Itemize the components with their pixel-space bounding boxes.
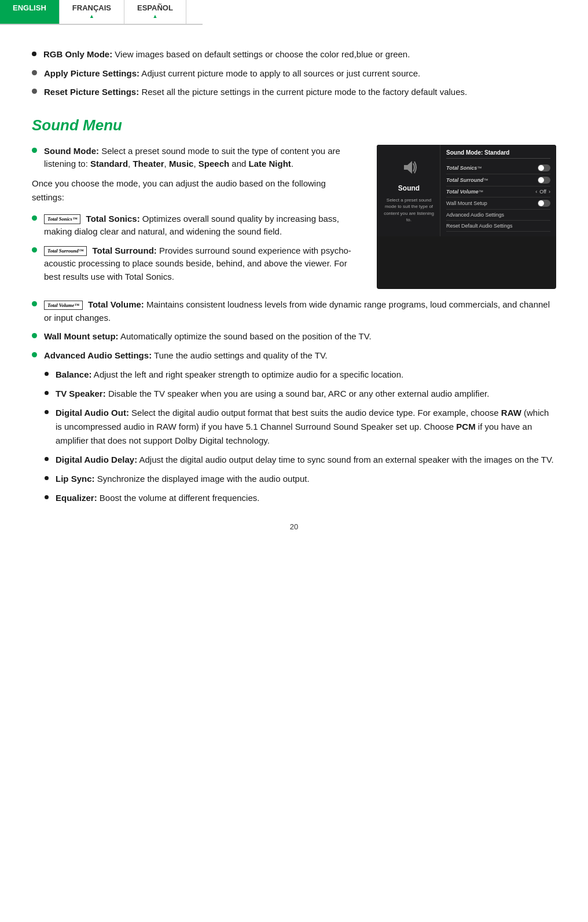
tv-menu-item-advanced: Advanced Audio Settings: [446, 210, 550, 221]
bullet-dot: [32, 52, 36, 56]
sound-mode-standard: Standard: [90, 159, 128, 169]
lang-english-label: ENGLISH: [13, 3, 46, 12]
tv-speaker-text: TV Speaker: Disable the TV speaker when …: [56, 387, 489, 401]
sound-mode-and: and: [229, 159, 248, 169]
advanced-audio-text: Advanced Audio Settings: Tune the audio …: [44, 349, 328, 363]
bullet-wall-mount: Wall Mount setup: Automatically optimize…: [32, 330, 556, 343]
tv-left-desc: Select a preset sound mode to suit the t…: [383, 197, 435, 223]
bullet-dot-tsr: [32, 247, 37, 253]
sound-menu-heading: Sound Menu: [32, 116, 556, 134]
sub-bullet-lip-sync: Lip Sync: Synchronize the displayed imag…: [45, 472, 556, 486]
bullet-reset: Reset Picture Settings: Reset all the pi…: [32, 86, 556, 99]
dao-pcm: PCM: [456, 422, 475, 431]
tv-toggle-1: [538, 177, 550, 184]
sound-mode-desc: Sound Mode: Select a preset sound mode t…: [44, 145, 359, 171]
sub-dot-ls: [45, 476, 49, 480]
tv-toggle-wall-mount: [538, 200, 550, 207]
tv-volume-row: ‹ Off ›: [535, 189, 550, 195]
tv-speaker-desc: Disable the TV speaker when you are usin…: [106, 389, 490, 398]
bullet-dot-aa: [32, 352, 37, 357]
wall-mount-desc: Automatically optimize the sound based o…: [120, 331, 372, 341]
wall-mount-text: Wall Mount setup: Automatically optimize…: [44, 330, 372, 343]
bullet-rgb-desc: View images based on default settings or…: [112, 49, 410, 59]
digital-audio-delay-text: Digital Audio Delay: Adjust the digital …: [56, 453, 554, 467]
total-volume-label: Total Volume:: [88, 299, 144, 309]
sound-mode-period: .: [291, 159, 293, 169]
tv-menu-item-1: Total Surround™: [446, 174, 550, 186]
sub-bullet-balance: Balance: Adjust the left and right speak…: [45, 368, 556, 382]
dad-label: Digital Audio Delay:: [56, 455, 137, 464]
lang-english[interactable]: ENGLISH: [0, 0, 60, 24]
bullet-dot-wm: [32, 333, 37, 338]
tv-volume-value: Off: [539, 189, 546, 195]
tv-menu-label-wall-mount: Wall Mount Setup: [446, 200, 534, 206]
tv-menu-item-wall-mount: Wall Mount Setup: [446, 197, 550, 210]
equalizer-desc: Boost the volume at different frequencie…: [97, 493, 260, 503]
advanced-audio-label: Advanced Audio Settings:: [44, 350, 152, 360]
dao-label: Digital Audio Out:: [56, 408, 129, 418]
lang-francais[interactable]: FRANÇAIS: [60, 0, 124, 24]
tv-menu-label-2: Total Volume™: [446, 189, 532, 195]
total-volume-text: Total Volume™ Total Volume: Maintains co…: [44, 298, 556, 324]
balance-desc: Adjust the left and right speaker streng…: [92, 369, 404, 379]
wall-mount-label: Wall Mount setup:: [44, 331, 119, 341]
sound-mode-speech: Speech: [199, 159, 229, 169]
sub-bullet-digital-audio-delay: Digital Audio Delay: Adjust the digital …: [45, 453, 556, 467]
bullet-rgb: RGB Only Mode: View images based on defa…: [32, 48, 556, 61]
lip-sync-label: Lip Sync:: [56, 474, 95, 484]
tv-menu-label-reset: Reset Default Audio Settings: [446, 223, 550, 229]
bullet-total-sonics: Total Sonics™ Total Sonics: Optimizes ov…: [32, 213, 359, 239]
dad-desc: Adjust the digital audio output delay ti…: [137, 455, 554, 464]
language-tabs: ENGLISH FRANÇAIS ESPAÑOL: [0, 0, 203, 25]
tv-speaker-label: TV Speaker:: [56, 389, 106, 398]
sub-dot-eq: [45, 495, 49, 499]
bullet-apply-desc: Adjust current picture mode to apply to …: [139, 68, 420, 78]
lang-espanol[interactable]: ESPAÑOL: [124, 0, 186, 24]
svg-rect-0: [404, 165, 407, 170]
dao-raw: RAW: [501, 408, 521, 418]
sound-mode-theater: Theater: [133, 159, 164, 169]
total-surround-desc: Provides surround sound experience with …: [44, 246, 351, 281]
bullet-sound-mode: Sound Mode: Select a preset sound mode t…: [32, 145, 359, 171]
tv-menu-item-2: Total Volume™ ‹ Off ›: [446, 186, 550, 197]
bullet-advanced-audio: Advanced Audio Settings: Tune the audio …: [32, 349, 556, 363]
total-sonics-text: Total Sonics™ Total Sonics: Optimizes ov…: [44, 213, 359, 239]
total-surround-text: Total Surround™ Total Surround: Provides…: [44, 244, 359, 284]
lang-francais-label: FRANÇAIS: [72, 3, 111, 12]
sub-dot-balance: [45, 372, 49, 376]
top-bullet-list: RGB Only Mode: View images based on defa…: [32, 48, 556, 99]
tv-sound-label: Sound: [398, 184, 420, 192]
tv-menu-label-1: Total Surround™: [446, 177, 534, 183]
advanced-audio-desc: Tune the audio settings and quality of t…: [154, 350, 328, 360]
bullet-apply-label: Apply Picture Settings:: [44, 68, 139, 78]
logo-total-volume: Total Volume™: [44, 301, 83, 310]
balance-text: Balance: Adjust the left and right speak…: [56, 368, 403, 382]
bullet-dot-tv: [32, 301, 37, 306]
bullet-reset-text: Reset Picture Settings: Reset all the pi…: [44, 86, 467, 99]
sub-bullet-equalizer: Equalizer: Boost the volume at different…: [45, 491, 556, 505]
tv-menu-title: Sound Mode: Standard: [446, 149, 550, 159]
tv-menu-item-0: Total Sonics™: [446, 162, 550, 174]
bullet-rgb-label: RGB Only Mode:: [43, 49, 112, 59]
sub-bullet-list: Balance: Adjust the left and right speak…: [45, 368, 556, 505]
bullet-reset-desc: Reset all the picture settings in the cu…: [139, 87, 467, 97]
tv-sound-icon: [399, 158, 419, 178]
bullet-dot-apply: [32, 70, 37, 75]
dao-text1: Select the digital audio output format t…: [129, 408, 501, 418]
bullet-total-volume: Total Volume™ Total Volume: Maintains co…: [32, 298, 556, 324]
page-number: 20: [32, 522, 556, 531]
tv-menu-label-0: Total Sonics™: [446, 165, 534, 171]
balance-label: Balance:: [56, 369, 92, 379]
bullet-dot-sound: [32, 148, 37, 153]
sound-mode-label: Sound Mode:: [44, 146, 99, 156]
sub-dot-dao: [45, 410, 49, 414]
sound-mode-music: Music: [169, 159, 194, 169]
bullet-apply: Apply Picture Settings: Adjust current p…: [32, 67, 556, 81]
bullet-reset-label: Reset Picture Settings:: [44, 87, 139, 97]
sub-dot-tv-speaker: [45, 391, 49, 395]
tv-right-panel: Sound Mode: Standard Total Sonics™ Total…: [440, 145, 556, 236]
lip-sync-desc: Synchronize the displayed image with the…: [95, 474, 310, 484]
tv-screen: Sound Select a preset sound mode to suit…: [377, 145, 556, 236]
bullet-dot-reset: [32, 89, 37, 94]
tv-mockup: Sound Select a preset sound mode to suit…: [377, 145, 556, 290]
